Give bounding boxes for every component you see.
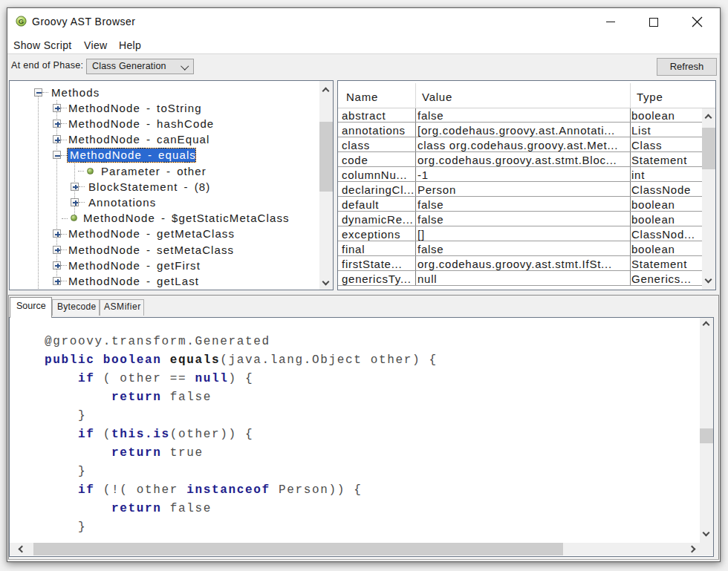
svg-text:G: G — [19, 17, 24, 25]
